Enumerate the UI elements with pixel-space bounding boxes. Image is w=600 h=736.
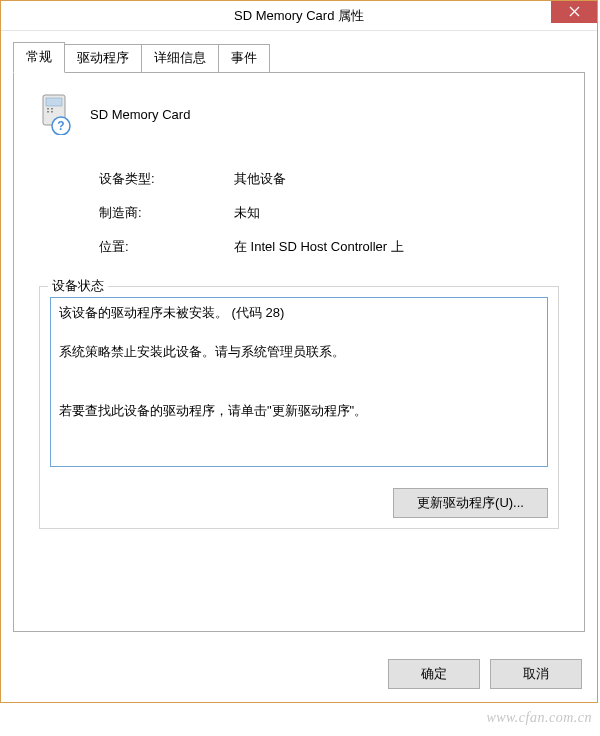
- update-button-row: 更新驱动程序(U)...: [50, 488, 548, 518]
- tab-panel-general: ? SD Memory Card 设备类型: 其他设备 制造商: 未知 位置: …: [13, 72, 585, 632]
- info-row-type: 设备类型: 其他设备: [99, 170, 559, 188]
- content-area: 常规 驱动程序 详细信息 事件 ?: [1, 31, 597, 632]
- window-title: SD Memory Card 属性: [1, 7, 597, 25]
- device-status-text[interactable]: [50, 297, 548, 467]
- tab-driver[interactable]: 驱动程序: [64, 44, 142, 73]
- svg-rect-3: [46, 98, 62, 106]
- svg-rect-6: [47, 111, 49, 113]
- svg-rect-7: [51, 111, 53, 113]
- manufacturer-label: 制造商:: [99, 204, 234, 222]
- titlebar: SD Memory Card 属性: [1, 1, 597, 31]
- tab-events[interactable]: 事件: [218, 44, 270, 73]
- ok-button[interactable]: 确定: [388, 659, 480, 689]
- tab-strip: 常规 驱动程序 详细信息 事件: [13, 44, 585, 73]
- info-row-manufacturer: 制造商: 未知: [99, 204, 559, 222]
- device-header: ? SD Memory Card: [39, 93, 559, 135]
- info-rows: 设备类型: 其他设备 制造商: 未知 位置: 在 Intel SD Host C…: [99, 170, 559, 256]
- close-button[interactable]: [551, 1, 597, 23]
- svg-rect-5: [51, 108, 53, 110]
- tab-general[interactable]: 常规: [13, 42, 65, 73]
- close-icon: [569, 5, 580, 20]
- footer-buttons: 确定 取消: [388, 659, 582, 689]
- type-value: 其他设备: [234, 170, 286, 188]
- svg-rect-4: [47, 108, 49, 110]
- location-value: 在 Intel SD Host Controller 上: [234, 238, 404, 256]
- info-row-location: 位置: 在 Intel SD Host Controller 上: [99, 238, 559, 256]
- location-label: 位置:: [99, 238, 234, 256]
- manufacturer-value: 未知: [234, 204, 260, 222]
- svg-text:?: ?: [57, 119, 64, 133]
- update-driver-button[interactable]: 更新驱动程序(U)...: [393, 488, 548, 518]
- type-label: 设备类型:: [99, 170, 234, 188]
- device-status-legend: 设备状态: [48, 277, 108, 295]
- device-icon: ?: [39, 93, 75, 135]
- properties-window: SD Memory Card 属性 常规 驱动程序 详细信息 事件: [0, 0, 598, 703]
- tab-details[interactable]: 详细信息: [141, 44, 219, 73]
- device-name: SD Memory Card: [90, 107, 190, 122]
- cancel-button[interactable]: 取消: [490, 659, 582, 689]
- watermark: www.cfan.com.cn: [486, 710, 592, 726]
- device-status-fieldset: 设备状态 更新驱动程序(U)...: [39, 286, 559, 529]
